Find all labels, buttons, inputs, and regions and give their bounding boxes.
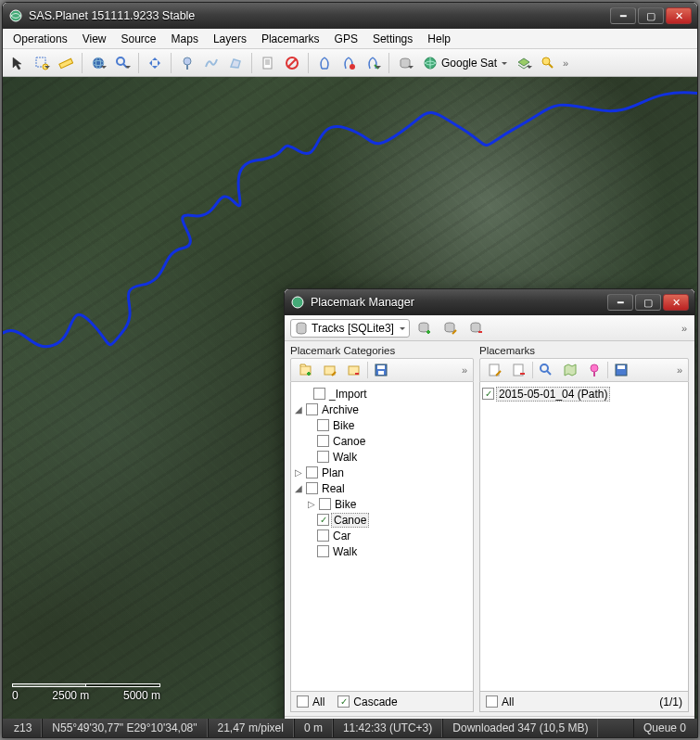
gps-center-tool[interactable] <box>362 52 384 74</box>
zoom-extents-tool[interactable] <box>537 52 559 74</box>
tree-node-canoe[interactable]: Canoe <box>331 435 367 448</box>
tree-node-real-walk[interactable]: Walk <box>331 545 359 558</box>
menu-view[interactable]: View <box>76 31 113 47</box>
pointer-tool[interactable] <box>6 52 29 74</box>
db-delete-button[interactable] <box>465 317 488 339</box>
map-viewport[interactable]: 0 2500 m 5000 m Placemark Manager ━ ▢ ✕ … <box>3 77 697 719</box>
status-zoom: z13 <box>5 719 42 737</box>
ruler-tool[interactable] <box>55 52 77 74</box>
tree-twisty[interactable]: ▷ <box>306 499 317 509</box>
svg-rect-3 <box>59 58 73 68</box>
tree-twisty[interactable]: ▷ <box>293 467 304 478</box>
tree-node-bike[interactable]: Bike <box>331 419 356 432</box>
globe-tool[interactable] <box>87 52 109 74</box>
tree-node-import[interactable]: _Import <box>327 388 369 401</box>
gps-connect-tool[interactable] <box>313 52 336 74</box>
mark-edit-button[interactable] <box>484 359 506 381</box>
window-title: SAS.Planet 151111.9233 Stable <box>29 9 610 22</box>
zoom-tool[interactable] <box>111 52 134 74</box>
svg-rect-31 <box>378 371 384 375</box>
status-queue: Queue 0 <box>633 719 695 737</box>
pm-titlebar[interactable]: Placemark Manager ━ ▢ ✕ <box>285 289 694 315</box>
tree-node-walk[interactable]: Walk <box>331 451 359 464</box>
cat-save-button[interactable] <box>370 359 392 381</box>
menu-placemarks[interactable]: Placemarks <box>255 31 326 47</box>
svg-point-34 <box>541 364 548 372</box>
checkbox-checked[interactable]: ✓ <box>317 514 329 526</box>
menu-source[interactable]: Source <box>115 31 163 47</box>
tree-node-plan[interactable]: Plan <box>320 466 346 479</box>
menu-operations[interactable]: Operations <box>6 31 74 47</box>
cat-add-button[interactable] <box>295 359 317 381</box>
all-placemarks-checkbox[interactable] <box>486 695 498 708</box>
select-tool[interactable] <box>31 52 53 74</box>
mark-delete-button[interactable] <box>508 359 530 381</box>
placemark-poly-tool[interactable] <box>224 52 247 74</box>
placemark-item[interactable]: 2015-05-01_04 (Path) <box>496 387 610 402</box>
gps-track-tool[interactable] <box>337 52 360 74</box>
scale-bar: 0 2500 m 5000 m <box>12 683 160 702</box>
svg-rect-38 <box>617 365 625 369</box>
tree-node-real-bike[interactable]: Bike <box>333 498 358 511</box>
categories-tree[interactable]: _Import ◢Archive Bike Canoe Walk ▷Plan ◢… <box>290 382 474 692</box>
pm-bottom-panel: Показывать только указанные метки Показы… <box>285 716 694 719</box>
tree-twisty[interactable]: ◢ <box>293 404 304 415</box>
toolbar-separator <box>388 53 389 73</box>
menu-settings[interactable]: Settings <box>366 31 419 47</box>
mark-placemark-button[interactable] <box>583 359 605 381</box>
pm-minimize-button[interactable]: ━ <box>607 294 633 311</box>
menu-help[interactable]: Help <box>421 31 457 47</box>
minimize-button[interactable]: ━ <box>610 7 636 24</box>
tree-node-real-car[interactable]: Car <box>331 529 352 542</box>
menu-layers[interactable]: Layers <box>207 31 253 47</box>
menu-gps[interactable]: GPS <box>328 31 364 47</box>
placemarks-toolbar: » <box>479 358 689 382</box>
map-provider-dropdown[interactable]: Google Sat <box>418 52 511 74</box>
checkbox-checked[interactable]: ✓ <box>482 388 494 400</box>
tree-node-real[interactable]: Real <box>320 482 347 495</box>
menu-maps[interactable]: Maps <box>165 31 205 47</box>
pm-close-button[interactable]: ✕ <box>663 294 689 311</box>
download-tool[interactable] <box>394 52 416 74</box>
cat-delete-button[interactable] <box>343 359 365 381</box>
toolbar-separator <box>171 53 172 73</box>
app-icon <box>8 8 23 23</box>
database-selector[interactable]: Tracks [SQLite3] <box>290 319 410 338</box>
db-add-button[interactable] <box>414 317 436 339</box>
main-titlebar[interactable]: SAS.Planet 151111.9233 Stable ━ ▢ ✕ <box>3 3 697 29</box>
cascade-checkbox[interactable]: ✓ <box>337 695 350 708</box>
tree-node-archive[interactable]: Archive <box>320 403 361 416</box>
scale-mid: 2500 m <box>52 689 89 702</box>
placemarks-list[interactable]: ✓2015-05-01_04 (Path) <box>479 382 689 692</box>
tree-twisty[interactable]: ◢ <box>293 483 304 493</box>
stop-tool[interactable] <box>281 52 303 74</box>
menubar: Operations View Source Maps Layers Place… <box>3 29 697 49</box>
maximize-button[interactable]: ▢ <box>638 7 664 24</box>
toolbar-separator <box>82 53 83 73</box>
doc-tool[interactable] <box>257 52 279 74</box>
cat-toolbar-overflow[interactable]: » <box>460 364 469 376</box>
mark-save-button[interactable] <box>610 359 632 381</box>
all-categories-checkbox[interactable] <box>297 695 309 708</box>
tree-node-real-canoe[interactable]: Canoe <box>331 513 369 528</box>
pm-toolbar-overflow[interactable]: » <box>680 323 689 334</box>
cat-edit-button[interactable] <box>319 359 341 381</box>
toolbar-overflow[interactable]: » <box>561 57 570 69</box>
main-window: SAS.Planet 151111.9233 Stable ━ ▢ ✕ Oper… <box>2 2 698 738</box>
database-icon <box>295 322 308 335</box>
pm-maximize-button[interactable]: ▢ <box>635 294 661 311</box>
placemark-point-tool[interactable] <box>176 52 198 74</box>
mark-map-button[interactable] <box>559 359 581 381</box>
svg-rect-30 <box>377 365 385 369</box>
placemark-path-tool[interactable] <box>200 52 223 74</box>
status-time: 11:42:33 (UTC+3) <box>333 719 442 737</box>
toolbar-separator <box>308 53 309 73</box>
mark-goto-button[interactable] <box>535 359 557 381</box>
db-edit-button[interactable] <box>439 317 462 339</box>
close-button[interactable]: ✕ <box>666 7 692 24</box>
layer-overlay-tool[interactable] <box>513 52 535 74</box>
toolbar-separator <box>251 53 252 73</box>
fullscreen-tool[interactable] <box>144 52 166 74</box>
pm-title: Placemark Manager <box>311 296 607 309</box>
placemarks-toolbar-overflow[interactable]: » <box>675 364 684 376</box>
